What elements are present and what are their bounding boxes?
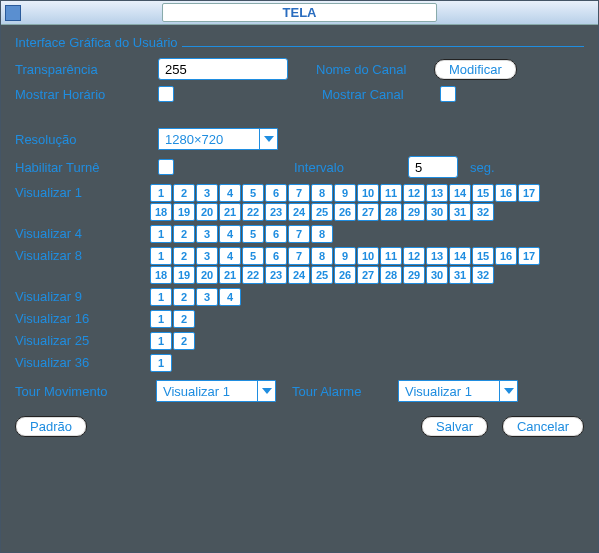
- channel-button-12[interactable]: 12: [403, 184, 425, 202]
- view8-grid: 1234567891011121314151617181920212223242…: [150, 247, 550, 284]
- tour-motion-value: Visualizar 1: [163, 384, 253, 399]
- channel-button-30[interactable]: 30: [426, 266, 448, 284]
- channel-button-10[interactable]: 10: [357, 184, 379, 202]
- resolution-dropdown[interactable]: 1280×720: [158, 128, 278, 150]
- channel-button-1[interactable]: 1: [150, 247, 172, 265]
- channel-button-12[interactable]: 12: [403, 247, 425, 265]
- channel-button-20[interactable]: 20: [196, 266, 218, 284]
- channel-button-6[interactable]: 6: [265, 247, 287, 265]
- channel-button-22[interactable]: 22: [242, 203, 264, 221]
- channel-button-18[interactable]: 18: [150, 266, 172, 284]
- channel-button-24[interactable]: 24: [288, 203, 310, 221]
- channel-button-18[interactable]: 18: [150, 203, 172, 221]
- channel-button-1[interactable]: 1: [150, 184, 172, 202]
- channel-button-7[interactable]: 7: [288, 247, 310, 265]
- channel-button-14[interactable]: 14: [449, 184, 471, 202]
- channel-button-3[interactable]: 3: [196, 184, 218, 202]
- channel-button-11[interactable]: 11: [380, 184, 402, 202]
- channel-button-1[interactable]: 1: [150, 354, 172, 372]
- channel-button-7[interactable]: 7: [288, 184, 310, 202]
- channel-button-2[interactable]: 2: [173, 310, 195, 328]
- channel-button-32[interactable]: 32: [472, 203, 494, 221]
- channel-button-3[interactable]: 3: [196, 288, 218, 306]
- channel-button-1[interactable]: 1: [150, 332, 172, 350]
- channel-button-9[interactable]: 9: [334, 247, 356, 265]
- channel-button-13[interactable]: 13: [426, 247, 448, 265]
- channel-button-19[interactable]: 19: [173, 266, 195, 284]
- channel-button-23[interactable]: 23: [265, 203, 287, 221]
- channel-button-11[interactable]: 11: [380, 247, 402, 265]
- channel-button-2[interactable]: 2: [173, 332, 195, 350]
- channel-button-7[interactable]: 7: [288, 225, 310, 243]
- channel-button-8[interactable]: 8: [311, 247, 333, 265]
- label-view25: Visualizar 25: [15, 333, 150, 348]
- channel-button-15[interactable]: 15: [472, 184, 494, 202]
- channel-button-1[interactable]: 1: [150, 310, 172, 328]
- show-channel-checkbox[interactable]: [440, 86, 456, 102]
- channel-button-17[interactable]: 17: [518, 247, 540, 265]
- channel-button-19[interactable]: 19: [173, 203, 195, 221]
- transparency-input[interactable]: [158, 58, 288, 80]
- channel-button-22[interactable]: 22: [242, 266, 264, 284]
- channel-button-4[interactable]: 4: [219, 184, 241, 202]
- channel-button-21[interactable]: 21: [219, 203, 241, 221]
- channel-button-25[interactable]: 25: [311, 266, 333, 284]
- channel-button-2[interactable]: 2: [173, 247, 195, 265]
- channel-button-26[interactable]: 26: [334, 203, 356, 221]
- channel-button-5[interactable]: 5: [242, 184, 264, 202]
- cancel-button[interactable]: Cancelar: [502, 416, 584, 437]
- tour-motion-dropdown[interactable]: Visualizar 1: [156, 380, 276, 402]
- channel-button-17[interactable]: 17: [518, 184, 540, 202]
- label-enable-tour: Habilitar Turnê: [15, 160, 150, 175]
- show-time-checkbox[interactable]: [158, 86, 174, 102]
- channel-button-9[interactable]: 9: [334, 184, 356, 202]
- channel-button-5[interactable]: 5: [242, 247, 264, 265]
- channel-button-8[interactable]: 8: [311, 184, 333, 202]
- channel-button-2[interactable]: 2: [173, 288, 195, 306]
- channel-button-29[interactable]: 29: [403, 266, 425, 284]
- channel-button-8[interactable]: 8: [311, 225, 333, 243]
- label-resolution: Resolução: [15, 132, 150, 147]
- channel-button-28[interactable]: 28: [380, 266, 402, 284]
- channel-button-29[interactable]: 29: [403, 203, 425, 221]
- channel-button-32[interactable]: 32: [472, 266, 494, 284]
- channel-button-21[interactable]: 21: [219, 266, 241, 284]
- channel-button-1[interactable]: 1: [150, 288, 172, 306]
- channel-button-14[interactable]: 14: [449, 247, 471, 265]
- channel-button-2[interactable]: 2: [173, 225, 195, 243]
- channel-button-27[interactable]: 27: [357, 266, 379, 284]
- channel-button-15[interactable]: 15: [472, 247, 494, 265]
- channel-button-4[interactable]: 4: [219, 247, 241, 265]
- channel-button-31[interactable]: 31: [449, 203, 471, 221]
- channel-button-2[interactable]: 2: [173, 184, 195, 202]
- tour-alarm-dropdown[interactable]: Visualizar 1: [398, 380, 518, 402]
- enable-tour-checkbox[interactable]: [158, 159, 174, 175]
- default-button[interactable]: Padrão: [15, 416, 87, 437]
- channel-button-24[interactable]: 24: [288, 266, 310, 284]
- channel-button-16[interactable]: 16: [495, 184, 517, 202]
- label-view1: Visualizar 1: [15, 185, 150, 200]
- channel-button-27[interactable]: 27: [357, 203, 379, 221]
- interval-input[interactable]: [408, 156, 458, 178]
- channel-button-26[interactable]: 26: [334, 266, 356, 284]
- channel-button-4[interactable]: 4: [219, 225, 241, 243]
- label-transparency: Transparência: [15, 62, 150, 77]
- channel-button-3[interactable]: 3: [196, 225, 218, 243]
- channel-button-20[interactable]: 20: [196, 203, 218, 221]
- channel-button-3[interactable]: 3: [196, 247, 218, 265]
- channel-button-5[interactable]: 5: [242, 225, 264, 243]
- channel-button-6[interactable]: 6: [265, 225, 287, 243]
- channel-button-31[interactable]: 31: [449, 266, 471, 284]
- channel-button-25[interactable]: 25: [311, 203, 333, 221]
- channel-button-28[interactable]: 28: [380, 203, 402, 221]
- channel-button-10[interactable]: 10: [357, 247, 379, 265]
- channel-button-6[interactable]: 6: [265, 184, 287, 202]
- save-button[interactable]: Salvar: [421, 416, 488, 437]
- channel-button-13[interactable]: 13: [426, 184, 448, 202]
- channel-button-1[interactable]: 1: [150, 225, 172, 243]
- modify-button[interactable]: Modificar: [434, 59, 517, 80]
- channel-button-30[interactable]: 30: [426, 203, 448, 221]
- channel-button-23[interactable]: 23: [265, 266, 287, 284]
- channel-button-4[interactable]: 4: [219, 288, 241, 306]
- channel-button-16[interactable]: 16: [495, 247, 517, 265]
